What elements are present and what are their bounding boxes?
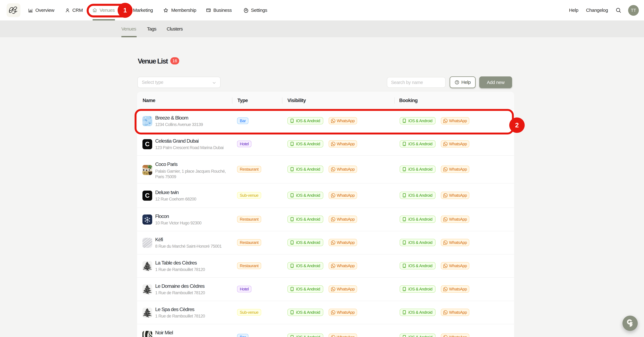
svg-text:C: C [145,192,150,199]
svg-text:C: C [145,140,150,148]
